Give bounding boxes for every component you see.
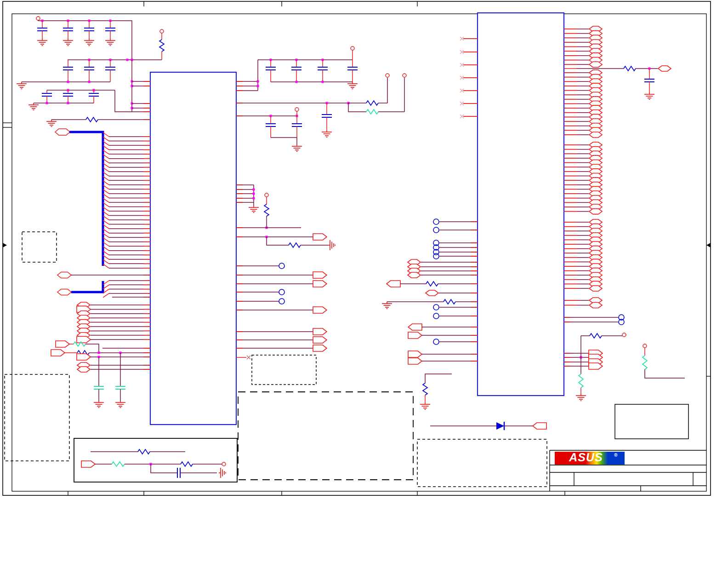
net-connector-hex [658, 66, 671, 71]
resistor [366, 101, 378, 105]
resistor [181, 462, 193, 466]
terminal-circle [622, 333, 626, 337]
no-connect-circle [279, 289, 284, 295]
net-connector-pentagon [408, 351, 422, 357]
net-connector-hex [589, 286, 602, 291]
junction-dot [46, 102, 48, 104]
no-connect-circle [279, 299, 284, 304]
components [17, 17, 685, 478]
terminal-circle [386, 74, 389, 77]
ic-right [478, 13, 564, 396]
ground-symbol-icon [94, 401, 104, 408]
wire [348, 103, 366, 112]
registered-mark-icon: ® [614, 453, 618, 458]
resistor [624, 66, 636, 71]
net-connector-hex [55, 129, 70, 135]
terminal-circle [403, 74, 406, 77]
schematic-page: ASUS ® [0, 0, 728, 563]
net-connector-pentagon [387, 281, 400, 287]
terminal-circle [160, 29, 164, 33]
annotation-boxes [5, 232, 688, 487]
bus-entry [103, 264, 109, 268]
terminal-circle [295, 108, 299, 111]
bus-wire [71, 281, 103, 292]
junction-dot [257, 80, 259, 83]
junction-dot [98, 352, 100, 354]
solid-box-filter-circuit [74, 438, 237, 482]
center-marker-arrow-icon [706, 243, 711, 247]
outer-border [3, 1, 711, 495]
net-connector-pentagon [313, 272, 327, 278]
no-connect-circle [433, 253, 439, 259]
net-connector-hex [589, 303, 602, 308]
net-connector-pentagon [81, 461, 95, 467]
resistor [579, 374, 583, 388]
no-connect-circle [433, 227, 439, 233]
ground-symbol-icon [420, 402, 430, 409]
sheet-frame [3, 1, 711, 495]
junction-dot [322, 81, 324, 83]
resistor [366, 109, 378, 114]
diode-icon [496, 422, 504, 430]
wire [115, 90, 132, 112]
bus-wire [69, 132, 103, 266]
net-connector-pentagon [56, 341, 69, 347]
ground-symbol-icon [347, 82, 358, 89]
no-connect-circle [433, 313, 439, 319]
junction-dot [257, 85, 259, 87]
ground-symbol-icon [219, 468, 226, 478]
ground-symbol-icon [84, 39, 94, 46]
ground-symbol-icon [322, 130, 332, 137]
resistor [86, 117, 98, 122]
ground-symbol-icon [46, 120, 57, 126]
junction-dot [126, 59, 129, 61]
no-connect-circle [433, 339, 439, 345]
resistor [138, 449, 150, 454]
ground-symbol-icon [249, 206, 259, 213]
no-connect-circle [279, 263, 284, 269]
ground-symbol-icon [28, 103, 39, 110]
ground-symbol-icon [382, 302, 392, 309]
net-connector-hex [426, 290, 438, 296]
net-connector-hex [57, 289, 71, 295]
junction-dot [88, 81, 91, 83]
net-connector-hex [589, 62, 602, 67]
resistor [159, 40, 164, 52]
title-block: ASUS ® [550, 450, 706, 491]
net-connector-hex [57, 272, 71, 278]
junction-dot [253, 197, 255, 200]
net-connector-pentagon [51, 350, 65, 356]
junction-dot [67, 81, 69, 83]
dashed-box-bottom-left [5, 374, 69, 461]
terminal-circle [643, 344, 647, 348]
resistor [423, 383, 427, 395]
wire [267, 237, 289, 245]
net-connector-hex [589, 132, 602, 138]
resistor [112, 462, 125, 466]
ground-symbol-icon [63, 39, 73, 46]
dashed-box-small-center [252, 355, 316, 385]
ic-left [150, 72, 236, 425]
ground-symbol-icon [644, 92, 654, 99]
net-connector-hex [408, 272, 421, 278]
terminal-circle [222, 462, 226, 466]
net-connector-pentagon [313, 337, 327, 343]
net-connector-pentagon [77, 354, 91, 360]
ground-symbol-icon [292, 144, 302, 151]
terminal-circle [36, 17, 40, 20]
junction-dot [253, 189, 255, 191]
net-connector-pentagon [313, 328, 327, 335]
inner-border [12, 14, 706, 491]
asus-logo-text: ASUS [569, 451, 603, 464]
ic-blocks [150, 13, 564, 425]
junction-dot [296, 81, 298, 83]
bus-entry [103, 293, 109, 298]
net-connector-pentagon [313, 307, 327, 313]
no-connect-circle [433, 219, 439, 224]
net-connector-pentagon [533, 423, 546, 429]
wire [38, 20, 132, 60]
resistor [643, 356, 647, 369]
ground-symbol-icon [17, 82, 27, 89]
junction-dot [253, 193, 255, 195]
net-connector-pentagon [408, 332, 422, 339]
